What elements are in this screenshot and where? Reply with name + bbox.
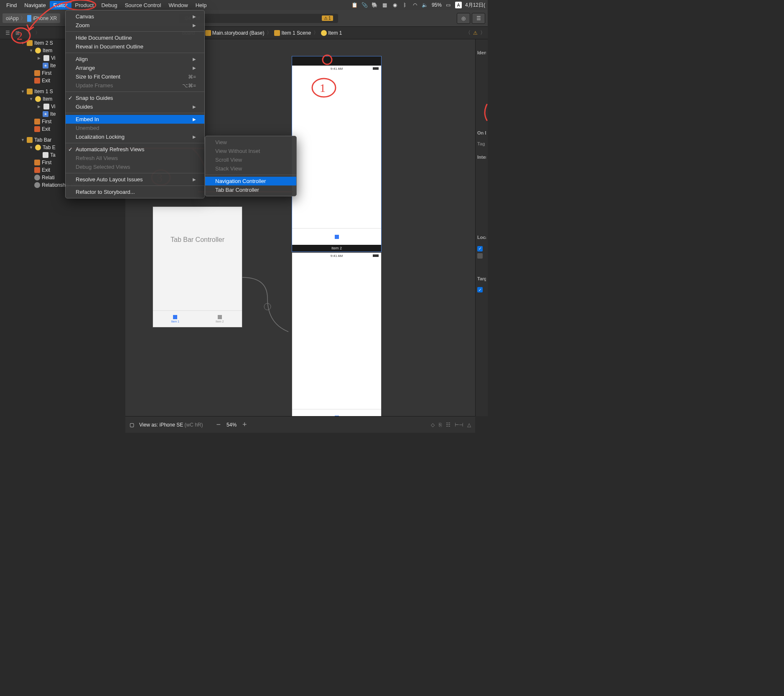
submenu-item-tab-bar-controller[interactable]: Tab Bar Controller: [205, 185, 296, 194]
menu-item-embed-in[interactable]: Embed In▶: [66, 115, 204, 124]
menu-item-guides[interactable]: Guides▶: [66, 102, 204, 111]
viewcontroller-icon: [35, 96, 41, 102]
menu-item-localization-locking[interactable]: Localization Locking▶: [66, 132, 204, 141]
tabitem-icon: ★: [43, 111, 48, 117]
pin-tool-icon[interactable]: ⊢⊣: [455, 422, 463, 428]
menu-item-reveal-in-document-outline[interactable]: Reveal in Document Outline: [66, 42, 204, 51]
forward-button[interactable]: 〉: [33, 28, 43, 38]
panel-toggle-button[interactable]: ☰: [472, 13, 485, 24]
exit-icon: [34, 78, 40, 84]
canvas-title-label: Tab Bar Controller: [153, 236, 242, 244]
first-responder-icon: [34, 119, 40, 124]
canvas-item2-scene[interactable]: 9:41 AM: [292, 252, 382, 426]
battery-percent: 95%: [432, 2, 442, 8]
device-icon: [27, 15, 31, 22]
related-items-button[interactable]: ☰: [3, 28, 13, 38]
exit-icon: [34, 126, 40, 132]
checkbox-off[interactable]: [477, 253, 483, 259]
exit-icon: [34, 167, 40, 173]
relationship-icon: [34, 182, 40, 188]
bluetooth-icon[interactable]: ᛒ: [402, 2, 408, 8]
menu-item-hide-document-outline[interactable]: Hide Document Outline: [66, 33, 204, 42]
menu-source-control[interactable]: Source Control: [121, 1, 165, 10]
canvas-bottom-bar: ▢ View as: iPhone SE (wC hR) − 54% + ◇ ⎘…: [125, 416, 475, 433]
evernote-icon[interactable]: 🐘: [372, 2, 378, 8]
tabitem-icon: ★: [43, 63, 48, 69]
zoom-out-button[interactable]: −: [216, 420, 221, 429]
outline-toggle-button[interactable]: ⊞: [13, 28, 23, 38]
library-button[interactable]: ◎: [457, 13, 470, 24]
breadcrumb: board 〉 Main.storyboard (Base) 〉 Item 1 …: [181, 29, 344, 37]
volume-icon[interactable]: 🔈: [422, 2, 428, 8]
system-menubar: Find Navigate Editor Product Debug Sourc…: [0, 0, 488, 10]
checkbox-on[interactable]: ✓: [477, 287, 483, 292]
menubar-date: 4月12日(: [465, 2, 485, 9]
next-issue-button[interactable]: 〉: [480, 29, 485, 36]
warnings-badge[interactable]: ⚠ 1: [322, 15, 333, 21]
device-config-button[interactable]: ▢: [130, 422, 134, 428]
prev-issue-button[interactable]: 〈: [466, 29, 471, 36]
scene-icon: [27, 89, 33, 94]
back-button[interactable]: 〈: [23, 28, 33, 38]
canvas-item1-scene[interactable]: 9:41 AM Item 2: [292, 56, 382, 252]
zoom-level[interactable]: 54%: [227, 422, 237, 428]
zoom-in-button[interactable]: +: [242, 420, 247, 429]
menu-item-align[interactable]: Align▶: [66, 55, 204, 64]
inspector-section: Targ: [477, 276, 486, 281]
menu-item-resolve-auto-layout-issues[interactable]: Resolve Auto Layout Issues▶: [66, 175, 204, 184]
battery-icon[interactable]: ▭: [445, 2, 452, 8]
menu-item-snap-to-guides[interactable]: ✓Snap to Guides: [66, 94, 204, 102]
breadcrumb-item[interactable]: Item 1 Scene: [272, 29, 313, 37]
viewcontroller-icon: [35, 48, 41, 53]
menu-editor[interactable]: Editor: [50, 1, 71, 10]
menu-item-update-frames: Update Frames⌥⌘=: [66, 81, 204, 90]
view-icon: [43, 55, 49, 61]
embed-in-submenu: ViewView Without InsetScroll ViewStack V…: [205, 136, 297, 196]
menu-item-size-to-fit-content[interactable]: Size to Fit Content⌘=: [66, 72, 204, 81]
resolve-tool-icon[interactable]: △: [467, 422, 471, 428]
view-as-label[interactable]: View as: iPhone SE (wC hR): [139, 422, 203, 428]
inspector-section: Loca: [477, 235, 486, 240]
menu-item-refresh-all-views: Refresh All Views: [66, 154, 204, 163]
menu-item-arrange[interactable]: Arrange▶: [66, 64, 204, 72]
align-tool-icon[interactable]: ☷: [446, 422, 451, 428]
submenu-item-navigation-controller[interactable]: Navigation Controller: [205, 177, 296, 185]
wifi-icon[interactable]: ◠: [412, 2, 418, 8]
scheme-selector[interactable]: oiApp 〉 iPhone XR: [3, 13, 60, 23]
menu-item-unembed: Unembed: [66, 124, 204, 132]
menu-help[interactable]: Help: [192, 1, 211, 10]
menu-item-refactor-to-storyboard-[interactable]: Refactor to Storyboard...: [66, 188, 204, 196]
menu-item-canvas[interactable]: Canvas▶: [66, 12, 204, 21]
first-responder-icon: [34, 70, 40, 76]
constraints-tool-icon[interactable]: ◇: [431, 422, 435, 428]
scene-icon: [27, 40, 33, 46]
checkbox-on[interactable]: ✓: [477, 246, 483, 251]
paperclip-icon[interactable]: 📎: [361, 2, 368, 8]
grid-icon[interactable]: ▦: [382, 2, 388, 8]
breadcrumb-item[interactable]: Main.storyboard (Base): [204, 29, 266, 37]
menu-window[interactable]: Window: [165, 1, 191, 10]
inspector-section: Tag: [477, 141, 486, 146]
menu-item-zoom[interactable]: Zoom▶: [66, 21, 204, 30]
menu-product[interactable]: Product: [71, 1, 98, 10]
accessibility-icon[interactable]: ◉: [392, 2, 398, 8]
view-icon: [43, 104, 49, 109]
inspector-section: Iden: [477, 50, 486, 55]
phone-header: [292, 56, 381, 66]
breadcrumb-item[interactable]: Item 1: [319, 29, 344, 37]
inspector-section: On D: [477, 130, 486, 135]
menu-item-automatically-refresh-views[interactable]: ✓Automatically Refresh Views: [66, 145, 204, 154]
submenu-item-view-without-inset: View Without Inset: [205, 147, 296, 155]
embed-tool-icon[interactable]: ⎘: [439, 422, 442, 428]
first-responder-icon: [34, 160, 40, 165]
input-source-icon[interactable]: A: [455, 2, 462, 8]
viewcontroller-icon: [35, 145, 41, 150]
menu-find[interactable]: Find: [3, 1, 20, 10]
phone-statusbar: 9:41 AM: [292, 253, 381, 259]
menu-debug[interactable]: Debug: [97, 1, 121, 10]
canvas-tabbar-controller[interactable]: Tab Bar Controller Item 1 Item 2: [153, 206, 242, 328]
svg-point-0: [264, 303, 271, 310]
issue-indicator[interactable]: ⚠: [473, 30, 478, 36]
clipboard-icon[interactable]: 📋: [351, 2, 358, 8]
menu-navigate[interactable]: Navigate: [20, 1, 49, 10]
